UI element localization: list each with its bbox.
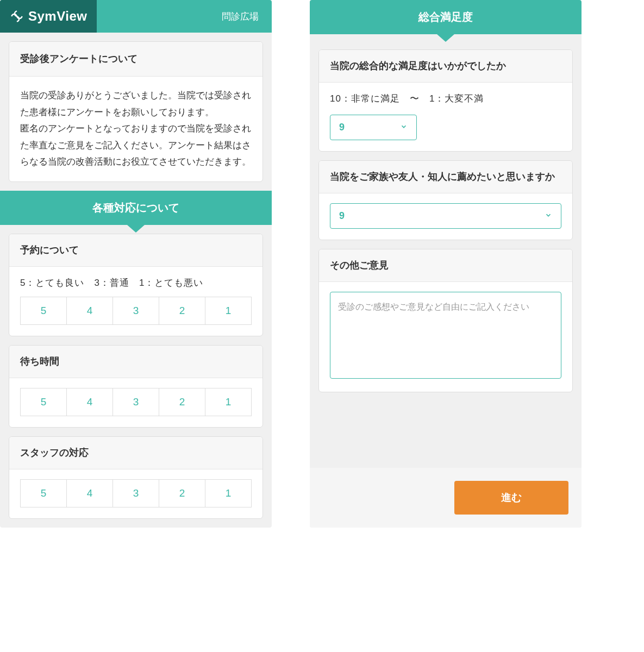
left-panel: SymView 問診広場 受診後アンケートについて 当院の受診ありがとうございま… [0, 0, 272, 528]
proceed-button[interactable]: 進む [454, 481, 568, 515]
question-overall-satisfaction: 当院の総合的な満足度はいかがでしたか 10：非常に満足 〜 1：大変不満 9 [318, 49, 573, 152]
rating-row-reservation: 5 4 3 2 1 [20, 297, 252, 325]
overall-scale-legend: 10：非常に満足 〜 1：大変不満 [330, 92, 561, 105]
question-staff-title: スタッフの対応 [9, 437, 262, 469]
footer: 進む [310, 468, 582, 528]
right-panel: 総合満足度 当院の総合的な満足度はいかがでしたか 10：非常に満足 〜 1：大変… [310, 0, 582, 528]
question-reservation: 予約について 5：とても良い 3：普通 1：とても悪い 5 4 3 2 1 [9, 234, 263, 336]
banner-pointer-icon [127, 225, 145, 233]
rating-4[interactable]: 4 [67, 388, 113, 416]
chevron-down-icon [545, 211, 552, 221]
dropdown-satisfaction[interactable]: 9 [330, 115, 417, 140]
logo-block: SymView [0, 0, 97, 33]
rating-4[interactable]: 4 [67, 479, 113, 507]
question-wait-time: 待ち時間 5 4 3 2 1 [9, 345, 263, 428]
comments-textarea[interactable] [330, 292, 561, 379]
question-reservation-title: 予約について [9, 234, 262, 267]
dropdown-recommend-value: 9 [339, 210, 345, 222]
section2-banner: 総合満足度 [310, 0, 582, 34]
scale-legend: 5：とても良い 3：普通 1：とても悪い [20, 277, 252, 289]
logo-text: SymView [28, 9, 87, 24]
right-content: 当院の総合的な満足度はいかがでしたか 10：非常に満足 〜 1：大変不満 9 当… [310, 34, 582, 401]
dropdown-recommend[interactable]: 9 [330, 203, 561, 229]
rating-row-wait: 5 4 3 2 1 [20, 388, 252, 416]
question-wait-title: 待ち時間 [9, 346, 262, 378]
app-header: SymView 問診広場 [0, 0, 272, 33]
rating-row-staff: 5 4 3 2 1 [20, 479, 252, 507]
banner-pointer-icon [437, 34, 454, 42]
rating-5[interactable]: 5 [20, 388, 67, 416]
chevron-down-icon [400, 123, 408, 132]
question-recommend: 当院をご家族や友人・知人に薦めたいと思いますか 9 [318, 160, 573, 240]
logo-icon [10, 9, 24, 23]
header-right-label: 問診広場 [97, 10, 272, 23]
intro-card: 受診後アンケートについて 当院の受診ありがとうございました。当院では受診された患… [9, 41, 263, 182]
overall-satisfaction-title: 当院の総合的な満足度はいかがでしたか [319, 50, 572, 83]
rating-2[interactable]: 2 [159, 297, 205, 325]
recommend-title: 当院をご家族や友人・知人に薦めたいと思いますか [319, 161, 572, 193]
rating-4[interactable]: 4 [67, 297, 113, 325]
rating-5[interactable]: 5 [20, 479, 67, 507]
rating-2[interactable]: 2 [159, 388, 205, 416]
comments-title: その他ご意見 [319, 249, 572, 282]
rating-1[interactable]: 1 [205, 388, 252, 416]
left-content: 受診後アンケートについて 当院の受診ありがとうございました。当院では受診された患… [0, 33, 272, 528]
intro-title: 受診後アンケートについて [9, 42, 262, 77]
rating-3[interactable]: 3 [113, 388, 159, 416]
section1-banner: 各種対応について [0, 191, 272, 225]
question-comments: その他ご意見 [318, 249, 573, 392]
question-staff: スタッフの対応 5 4 3 2 1 [9, 436, 263, 519]
section2-title: 総合満足度 [418, 11, 473, 23]
section1-title: 各種対応について [92, 202, 179, 214]
rating-2[interactable]: 2 [159, 479, 205, 507]
rating-3[interactable]: 3 [113, 297, 159, 325]
dropdown-satisfaction-value: 9 [339, 122, 345, 133]
rating-1[interactable]: 1 [205, 297, 252, 325]
rating-3[interactable]: 3 [113, 479, 159, 507]
rating-5[interactable]: 5 [20, 297, 67, 325]
rating-1[interactable]: 1 [205, 479, 252, 507]
intro-body: 当院の受診ありがとうございました。当院では受診された患者様にアンケートをお願いし… [9, 77, 262, 181]
